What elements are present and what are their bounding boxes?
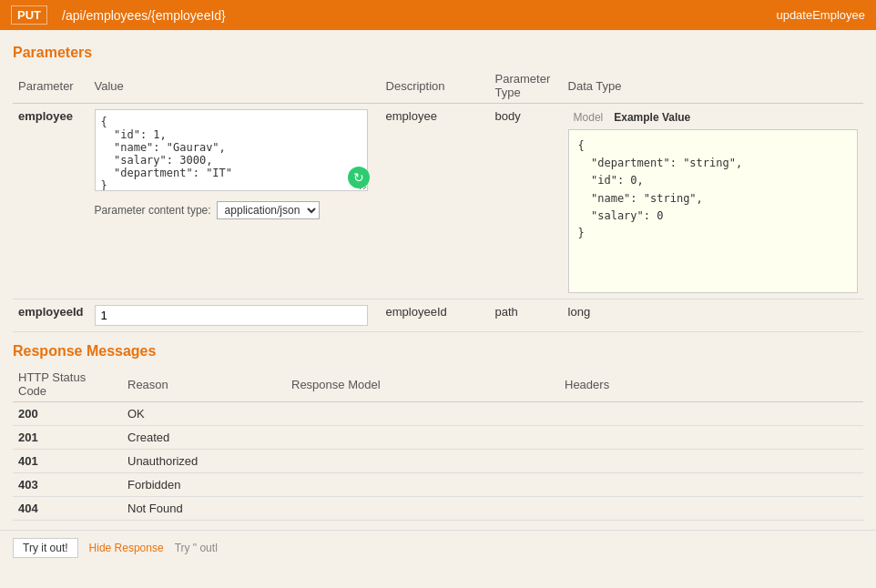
employeeid-param-type: path [495, 305, 518, 319]
status-code: 200 [18, 407, 38, 421]
hint-text: Try " outl [175, 542, 218, 554]
refresh-icon: ↻ [353, 170, 364, 185]
headers-cell [559, 497, 863, 521]
status-code: 404 [18, 502, 38, 515]
table-row: employee { "id": 1, "name": "Gaurav", "s… [13, 104, 863, 299]
reason-cell: Unauthorized [122, 450, 286, 473]
response-messages-section: Response Messages HTTP Status Code Reaso… [13, 343, 863, 521]
response-model-cell [286, 402, 559, 426]
model-tabs: Model Example Value [568, 109, 858, 126]
main-content: Parameters Parameter Value Description P… [0, 30, 876, 530]
operation-name: updateEmployee [776, 8, 865, 22]
reason-cell: Not Found [122, 497, 286, 521]
col-header-status-code: HTTP Status Code [13, 367, 122, 402]
col-header-paramtype: ParameterType [490, 68, 563, 104]
headers-cell [559, 402, 863, 426]
headers-cell [559, 450, 863, 473]
table-row: 200 OK [13, 402, 863, 426]
content-type-label: Parameter content type: [95, 204, 211, 217]
parameters-title: Parameters [13, 45, 863, 61]
col-header-value: Value [89, 68, 381, 104]
employeeid-description: employeeId [386, 305, 447, 319]
param-name-employee: employee [18, 109, 73, 123]
param-name-employeeid: employeeId [18, 305, 84, 319]
headers-cell [559, 426, 863, 450]
col-header-description: Description [381, 68, 490, 104]
hide-response-link[interactable]: Hide Response [89, 542, 164, 554]
response-messages-table: HTTP Status Code Reason Response Model H… [13, 367, 863, 521]
table-row: 403 Forbidden [13, 473, 863, 497]
status-code: 201 [18, 431, 38, 444]
bottom-bar: Try it out! Hide Response Try " outl [0, 530, 876, 565]
api-endpoint: /api/employees/{employeeId} [62, 8, 226, 23]
reason-cell: Forbidden [122, 473, 286, 497]
status-code: 401 [18, 454, 38, 468]
table-row: 201 Created [13, 426, 863, 450]
reason-cell: OK [122, 402, 286, 426]
textarea-wrapper-employee: { "id": 1, "name": "Gaurav", "salary": 3… [95, 109, 375, 194]
content-type-select[interactable]: application/json [217, 201, 320, 219]
example-value-text: { "department": "string", "id": 0, "name… [578, 137, 848, 242]
table-row: employeeId employeeId path long [13, 299, 863, 332]
response-model-cell [286, 497, 559, 521]
employee-param-type: body [495, 109, 521, 123]
table-row: 401 Unauthorized [13, 450, 863, 473]
parameters-table: Parameter Value Description ParameterTyp… [13, 68, 863, 332]
content-type-row: Parameter content type: application/json [95, 201, 375, 219]
employeeid-value-input[interactable] [95, 305, 368, 326]
example-value-box: { "department": "string", "id": 0, "name… [568, 129, 858, 293]
col-header-reason: Reason [122, 367, 286, 402]
table-row: 404 Not Found [13, 497, 863, 521]
response-model-cell [286, 473, 559, 497]
col-header-response-model: Response Model [286, 367, 559, 402]
employee-description: employee [386, 109, 437, 123]
reason-cell: Created [122, 426, 286, 450]
employeeid-data-type: long [568, 305, 591, 319]
employee-value-textarea[interactable]: { "id": 1, "name": "Gaurav", "salary": 3… [95, 109, 368, 191]
headers-cell [559, 473, 863, 497]
col-header-datatype: Data Type [563, 68, 863, 104]
tab-model[interactable]: Model [568, 109, 609, 126]
response-model-cell [286, 450, 559, 473]
tab-example-value[interactable]: Example Value [608, 109, 696, 126]
response-model-cell [286, 426, 559, 450]
col-header-parameter: Parameter [13, 68, 89, 104]
try-it-out-button[interactable]: Try it out! [13, 538, 78, 558]
col-header-headers: Headers [559, 367, 863, 402]
status-code: 403 [18, 478, 38, 492]
header-bar: PUT /api/employees/{employeeId} updateEm… [0, 0, 876, 30]
http-method: PUT [11, 5, 47, 25]
response-messages-title: Response Messages [13, 343, 863, 360]
refresh-button[interactable]: ↻ [348, 167, 370, 188]
